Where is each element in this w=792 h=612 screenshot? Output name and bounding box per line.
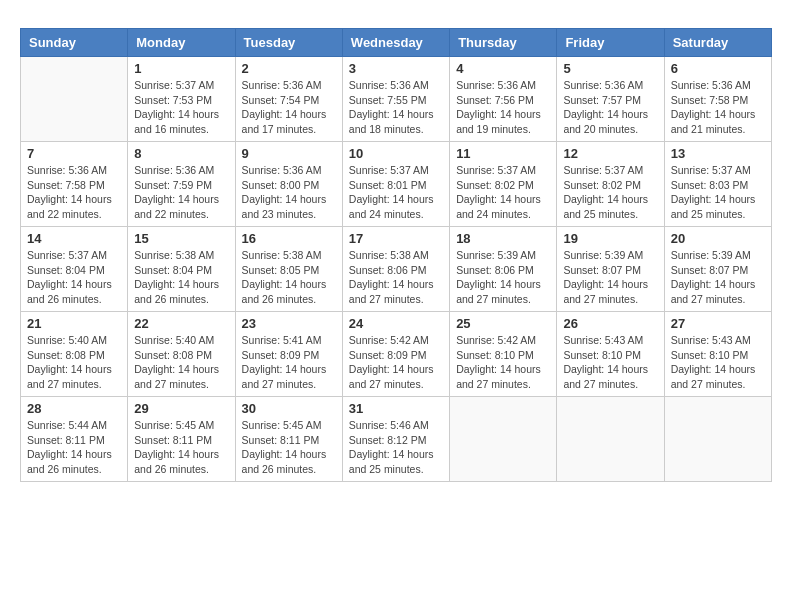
calendar-header-row: SundayMondayTuesdayWednesdayThursdayFrid… bbox=[21, 29, 772, 57]
day-info: Sunrise: 5:36 AMSunset: 7:59 PMDaylight:… bbox=[134, 163, 228, 222]
day-info: Sunrise: 5:37 AMSunset: 7:53 PMDaylight:… bbox=[134, 78, 228, 137]
day-info: Sunrise: 5:36 AMSunset: 7:56 PMDaylight:… bbox=[456, 78, 550, 137]
calendar-cell: 24Sunrise: 5:42 AMSunset: 8:09 PMDayligh… bbox=[342, 312, 449, 397]
day-number: 29 bbox=[134, 401, 228, 416]
week-row-5: 28Sunrise: 5:44 AMSunset: 8:11 PMDayligh… bbox=[21, 397, 772, 482]
calendar-cell: 4Sunrise: 5:36 AMSunset: 7:56 PMDaylight… bbox=[450, 57, 557, 142]
calendar-cell: 21Sunrise: 5:40 AMSunset: 8:08 PMDayligh… bbox=[21, 312, 128, 397]
calendar-cell: 29Sunrise: 5:45 AMSunset: 8:11 PMDayligh… bbox=[128, 397, 235, 482]
day-number: 25 bbox=[456, 316, 550, 331]
day-info: Sunrise: 5:37 AMSunset: 8:02 PMDaylight:… bbox=[563, 163, 657, 222]
calendar-cell: 17Sunrise: 5:38 AMSunset: 8:06 PMDayligh… bbox=[342, 227, 449, 312]
day-number: 7 bbox=[27, 146, 121, 161]
day-info: Sunrise: 5:45 AMSunset: 8:11 PMDaylight:… bbox=[134, 418, 228, 477]
calendar-cell: 7Sunrise: 5:36 AMSunset: 7:58 PMDaylight… bbox=[21, 142, 128, 227]
calendar-cell: 16Sunrise: 5:38 AMSunset: 8:05 PMDayligh… bbox=[235, 227, 342, 312]
week-row-3: 14Sunrise: 5:37 AMSunset: 8:04 PMDayligh… bbox=[21, 227, 772, 312]
day-info: Sunrise: 5:36 AMSunset: 7:54 PMDaylight:… bbox=[242, 78, 336, 137]
day-number: 18 bbox=[456, 231, 550, 246]
calendar-cell: 19Sunrise: 5:39 AMSunset: 8:07 PMDayligh… bbox=[557, 227, 664, 312]
header-friday: Friday bbox=[557, 29, 664, 57]
day-number: 20 bbox=[671, 231, 765, 246]
day-info: Sunrise: 5:37 AMSunset: 8:01 PMDaylight:… bbox=[349, 163, 443, 222]
header-thursday: Thursday bbox=[450, 29, 557, 57]
calendar-cell bbox=[450, 397, 557, 482]
day-info: Sunrise: 5:43 AMSunset: 8:10 PMDaylight:… bbox=[671, 333, 765, 392]
day-number: 24 bbox=[349, 316, 443, 331]
day-info: Sunrise: 5:46 AMSunset: 8:12 PMDaylight:… bbox=[349, 418, 443, 477]
day-info: Sunrise: 5:42 AMSunset: 8:09 PMDaylight:… bbox=[349, 333, 443, 392]
day-number: 9 bbox=[242, 146, 336, 161]
day-number: 30 bbox=[242, 401, 336, 416]
calendar-cell: 14Sunrise: 5:37 AMSunset: 8:04 PMDayligh… bbox=[21, 227, 128, 312]
day-number: 17 bbox=[349, 231, 443, 246]
calendar-cell: 20Sunrise: 5:39 AMSunset: 8:07 PMDayligh… bbox=[664, 227, 771, 312]
day-number: 2 bbox=[242, 61, 336, 76]
calendar-cell: 10Sunrise: 5:37 AMSunset: 8:01 PMDayligh… bbox=[342, 142, 449, 227]
calendar-cell: 3Sunrise: 5:36 AMSunset: 7:55 PMDaylight… bbox=[342, 57, 449, 142]
day-info: Sunrise: 5:36 AMSunset: 7:58 PMDaylight:… bbox=[27, 163, 121, 222]
calendar-cell: 31Sunrise: 5:46 AMSunset: 8:12 PMDayligh… bbox=[342, 397, 449, 482]
day-number: 28 bbox=[27, 401, 121, 416]
week-row-4: 21Sunrise: 5:40 AMSunset: 8:08 PMDayligh… bbox=[21, 312, 772, 397]
calendar-cell bbox=[557, 397, 664, 482]
day-number: 15 bbox=[134, 231, 228, 246]
header-tuesday: Tuesday bbox=[235, 29, 342, 57]
calendar-cell: 2Sunrise: 5:36 AMSunset: 7:54 PMDaylight… bbox=[235, 57, 342, 142]
day-number: 19 bbox=[563, 231, 657, 246]
calendar-cell: 30Sunrise: 5:45 AMSunset: 8:11 PMDayligh… bbox=[235, 397, 342, 482]
day-info: Sunrise: 5:38 AMSunset: 8:05 PMDaylight:… bbox=[242, 248, 336, 307]
day-info: Sunrise: 5:39 AMSunset: 8:07 PMDaylight:… bbox=[671, 248, 765, 307]
header-monday: Monday bbox=[128, 29, 235, 57]
day-info: Sunrise: 5:42 AMSunset: 8:10 PMDaylight:… bbox=[456, 333, 550, 392]
calendar-cell: 8Sunrise: 5:36 AMSunset: 7:59 PMDaylight… bbox=[128, 142, 235, 227]
calendar-cell: 22Sunrise: 5:40 AMSunset: 8:08 PMDayligh… bbox=[128, 312, 235, 397]
header-wednesday: Wednesday bbox=[342, 29, 449, 57]
day-number: 8 bbox=[134, 146, 228, 161]
calendar-cell: 25Sunrise: 5:42 AMSunset: 8:10 PMDayligh… bbox=[450, 312, 557, 397]
day-number: 4 bbox=[456, 61, 550, 76]
day-number: 26 bbox=[563, 316, 657, 331]
day-number: 31 bbox=[349, 401, 443, 416]
calendar-cell: 23Sunrise: 5:41 AMSunset: 8:09 PMDayligh… bbox=[235, 312, 342, 397]
calendar-cell: 12Sunrise: 5:37 AMSunset: 8:02 PMDayligh… bbox=[557, 142, 664, 227]
day-info: Sunrise: 5:39 AMSunset: 8:07 PMDaylight:… bbox=[563, 248, 657, 307]
calendar-cell: 6Sunrise: 5:36 AMSunset: 7:58 PMDaylight… bbox=[664, 57, 771, 142]
day-info: Sunrise: 5:36 AMSunset: 7:57 PMDaylight:… bbox=[563, 78, 657, 137]
calendar-cell bbox=[21, 57, 128, 142]
day-info: Sunrise: 5:38 AMSunset: 8:04 PMDaylight:… bbox=[134, 248, 228, 307]
day-info: Sunrise: 5:41 AMSunset: 8:09 PMDaylight:… bbox=[242, 333, 336, 392]
day-info: Sunrise: 5:36 AMSunset: 8:00 PMDaylight:… bbox=[242, 163, 336, 222]
day-info: Sunrise: 5:37 AMSunset: 8:02 PMDaylight:… bbox=[456, 163, 550, 222]
day-number: 21 bbox=[27, 316, 121, 331]
day-number: 14 bbox=[27, 231, 121, 246]
day-number: 10 bbox=[349, 146, 443, 161]
day-info: Sunrise: 5:36 AMSunset: 7:55 PMDaylight:… bbox=[349, 78, 443, 137]
calendar-cell bbox=[664, 397, 771, 482]
day-number: 1 bbox=[134, 61, 228, 76]
day-info: Sunrise: 5:44 AMSunset: 8:11 PMDaylight:… bbox=[27, 418, 121, 477]
calendar-cell: 28Sunrise: 5:44 AMSunset: 8:11 PMDayligh… bbox=[21, 397, 128, 482]
day-number: 11 bbox=[456, 146, 550, 161]
day-number: 23 bbox=[242, 316, 336, 331]
day-info: Sunrise: 5:45 AMSunset: 8:11 PMDaylight:… bbox=[242, 418, 336, 477]
day-info: Sunrise: 5:37 AMSunset: 8:04 PMDaylight:… bbox=[27, 248, 121, 307]
calendar-cell: 1Sunrise: 5:37 AMSunset: 7:53 PMDaylight… bbox=[128, 57, 235, 142]
day-number: 12 bbox=[563, 146, 657, 161]
day-info: Sunrise: 5:40 AMSunset: 8:08 PMDaylight:… bbox=[134, 333, 228, 392]
header-sunday: Sunday bbox=[21, 29, 128, 57]
calendar-cell: 5Sunrise: 5:36 AMSunset: 7:57 PMDaylight… bbox=[557, 57, 664, 142]
day-info: Sunrise: 5:36 AMSunset: 7:58 PMDaylight:… bbox=[671, 78, 765, 137]
calendar-cell: 27Sunrise: 5:43 AMSunset: 8:10 PMDayligh… bbox=[664, 312, 771, 397]
calendar-cell: 26Sunrise: 5:43 AMSunset: 8:10 PMDayligh… bbox=[557, 312, 664, 397]
day-number: 27 bbox=[671, 316, 765, 331]
day-info: Sunrise: 5:39 AMSunset: 8:06 PMDaylight:… bbox=[456, 248, 550, 307]
day-number: 13 bbox=[671, 146, 765, 161]
calendar-table: SundayMondayTuesdayWednesdayThursdayFrid… bbox=[20, 28, 772, 482]
week-row-1: 1Sunrise: 5:37 AMSunset: 7:53 PMDaylight… bbox=[21, 57, 772, 142]
week-row-2: 7Sunrise: 5:36 AMSunset: 7:58 PMDaylight… bbox=[21, 142, 772, 227]
header-saturday: Saturday bbox=[664, 29, 771, 57]
day-info: Sunrise: 5:43 AMSunset: 8:10 PMDaylight:… bbox=[563, 333, 657, 392]
calendar-cell: 9Sunrise: 5:36 AMSunset: 8:00 PMDaylight… bbox=[235, 142, 342, 227]
day-number: 22 bbox=[134, 316, 228, 331]
